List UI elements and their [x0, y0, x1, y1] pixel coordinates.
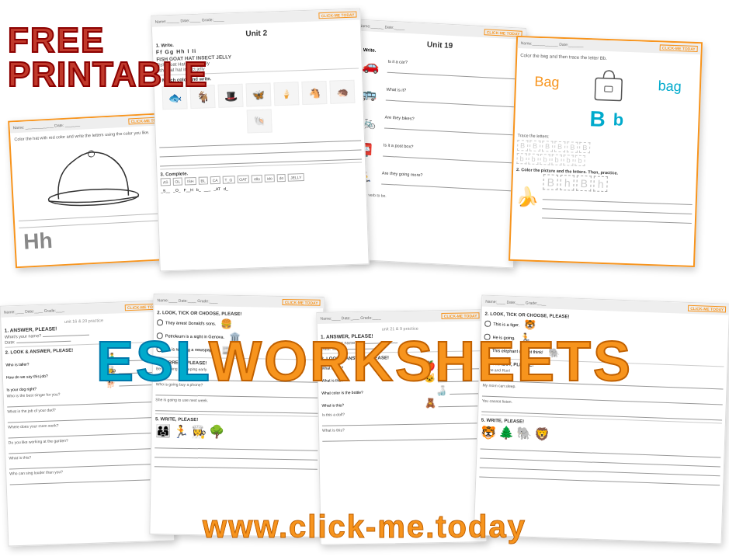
lt1-wi4: 🌳 [208, 424, 224, 439]
a2-q6-line [322, 431, 481, 442]
trace-b6: b [575, 155, 585, 166]
free-text: FREE [8, 23, 208, 57]
unit19-row2: 🚌 What is it? [355, 82, 519, 113]
prac-h1: h [561, 175, 575, 191]
unit19-row4: 📮 Is it a post box? [352, 137, 516, 169]
hat-image [40, 139, 144, 210]
letter-b: b [613, 110, 623, 130]
worksheet-bag: Name:____________ Date:_______ CLICK-ME … [509, 36, 703, 267]
ws-answer2-badge: CLICK-ME TODAY [442, 312, 480, 319]
printable-text: PRINTABLE [8, 57, 208, 92]
unit2-img-insect: 🦋 [245, 82, 271, 106]
lt1-item1-img: 🍔 [220, 318, 232, 329]
trace-b4: b [551, 155, 561, 165]
unit2-img-jelly: 🍦 [273, 82, 299, 106]
ws-bag-bottom: 🍌 B h B h [515, 173, 693, 225]
unit2-img-hat: 🎩 [217, 84, 243, 108]
lt2-cb1 [484, 321, 491, 327]
trace-B4: B [554, 141, 565, 152]
ci-7: OAT [237, 176, 249, 184]
a2-q4-line [438, 398, 481, 407]
letter-B: B [589, 106, 606, 132]
ws-unit19-header-text: Name:______ Date:_____ [359, 23, 405, 30]
lt1-write-line3 [154, 459, 318, 470]
lt1-item1-text: They arrest Donald's sons. [165, 320, 216, 325]
ci-1: AS [161, 178, 171, 186]
bag-image-container [588, 64, 629, 104]
ci-8: ello [252, 175, 262, 183]
ws-unit2-click-badge: CLICK-ME TODAY [319, 12, 357, 19]
trace-B3: B [542, 141, 553, 151]
ci-5: CA [210, 176, 220, 184]
bag-svg [588, 64, 629, 104]
lt1-c3-line [155, 403, 318, 414]
ws-lt1-s5: 5. WRITE, PLEASE! [155, 416, 318, 424]
unit19-q1-lines: Is it a car? [387, 59, 521, 82]
lt1-wi1: 👨‍👩‍👧 [154, 423, 170, 438]
esl-worksheets-title: ESLWORKSHEETS [0, 333, 729, 389]
ws-answer1-header-text: Name:____ Date:____ Grade:____ [4, 308, 64, 315]
worksheet-unit19: Name:______ Date:_____ CLICK-ME TODAY Un… [343, 19, 526, 268]
trace-B6: B [579, 142, 590, 153]
website-url: www.click-me.today [0, 510, 729, 544]
worksheet-hat: Name: _____________ Date: _______ CLICK-… [8, 113, 179, 269]
lt2-wi2: 🌲 [498, 425, 515, 440]
lt1-wi2: 🏃 [172, 424, 188, 439]
unit19-row3: 🚲 Are they bikes? [354, 110, 518, 141]
unit19-q2-lines: What is it? [386, 87, 519, 110]
trace-B1: B [517, 140, 528, 151]
ws-bag-letters: B b [518, 104, 696, 135]
practice-Bb: B h B h [543, 174, 693, 195]
svg-point-1 [88, 151, 94, 157]
ci-2: OL [172, 178, 182, 186]
ws-answer2-header-text: Name:____ Date:____ Grade:____ [320, 315, 380, 320]
ci-10: do [276, 174, 286, 182]
writing-lines-hat [19, 207, 172, 228]
esl-text: ESL [96, 330, 209, 392]
bag-word-blue: bag [658, 78, 682, 95]
trace-B5: B [567, 141, 578, 152]
ws-hat-body: Color the hat with red color and write t… [10, 125, 175, 233]
unit19-q3-lines: Are they bikes? [384, 115, 518, 137]
ws-looktick1-header-text: Name:____ Date:____ Grade:____ [158, 297, 218, 303]
ci-6: T_G [222, 176, 234, 184]
ws-bag-content: Color the bag and then trace the letter … [512, 48, 701, 228]
ci-9: ido [265, 174, 275, 182]
unit2-img-extra2: 🦔 [329, 80, 355, 104]
ws-lt1-write-imgs: 👨‍👩‍👧 🏃 👩‍🍳 🌳 [154, 423, 318, 441]
banana-emoji: 🍌 [515, 185, 539, 207]
svg-point-0 [48, 187, 139, 207]
ws-bag-practice: B h B h [542, 174, 693, 225]
ws-looktick1-badge: CLICK-ME TODAY [283, 299, 321, 306]
ws-hat-header-text: Name: _____________ Date: _______ [12, 122, 80, 130]
ws-looktick2-header-text: Name:____ Date:____ Grade:____ [485, 299, 546, 306]
svg-rect-3 [605, 86, 613, 92]
ws-unit19-content: Unit 19 1. Write. 🚗 Is it a car? 🚌 What … [347, 30, 525, 207]
ws-bag-click-badge: CLICK-ME TODAY [660, 44, 698, 52]
worksheets-text: WORKSHEETS [209, 330, 633, 392]
svg-rect-2 [595, 78, 622, 100]
lt1-wi3: 👩‍🍳 [190, 424, 206, 439]
ci-3: ISH [185, 177, 196, 185]
unit19-q4-lines: Is it a post box? [383, 143, 516, 165]
lt2-item1-img: 🐯 [524, 319, 536, 331]
unit2-img-extra3: 🐚 [247, 109, 273, 133]
ws-looktick1-title: 2. LOOK, TICK OR CHOOSE, PLEASE! [157, 310, 320, 318]
lt2-item1-text: This is a tiger. [493, 322, 519, 327]
prac-h2: h [594, 176, 608, 193]
unit2-img-extra1: 🐴 [301, 81, 327, 105]
lt1-cb1 [157, 319, 163, 325]
ci-11: JELLY [288, 173, 304, 182]
unit2-answer-lines [159, 133, 362, 166]
trace-B2: B [529, 141, 540, 151]
trace-b5: b [563, 155, 573, 165]
lt1-item1: They arrest Donald's sons. 🍔 [157, 317, 320, 331]
a2-q4: What is this? 🧸 [321, 397, 481, 411]
lt2-wi4: 🦁 [534, 426, 550, 442]
free-printable-label: FREE PRINTABLE [8, 23, 208, 92]
a2-q4-img: 🧸 [424, 398, 436, 409]
a2-q4-text: What is this? [321, 402, 422, 408]
ws-bag-words: Bag bag [519, 61, 697, 106]
bag-word-orange: Bag [534, 73, 560, 90]
unit19-questions: 🚗 Is it a car? 🚌 What is it? 🚲 Are they … [351, 54, 521, 197]
